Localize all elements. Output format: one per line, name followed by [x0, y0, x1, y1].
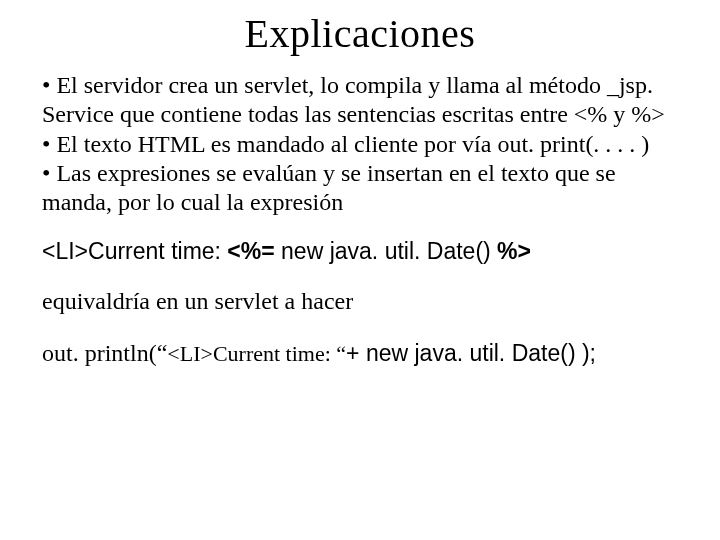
slide-body: • El servidor crea un servlet, lo compil…	[0, 71, 720, 368]
code-example-line: <LI>Current time: <%= new java. util. Da…	[42, 237, 678, 265]
bullet-item-3: • Las expresiones se evalúan y se insert…	[42, 159, 678, 218]
bullet-list: • El servidor crea un servlet, lo compil…	[42, 71, 678, 217]
out-tail: new java. util. Date() );	[366, 340, 596, 366]
out-li: <LI>Current time: “	[167, 341, 346, 366]
out-prefix: out. println(“	[42, 340, 167, 366]
bullet-item-2: • El texto HTML es mandado al cliente po…	[42, 130, 678, 159]
out-plus: +	[346, 340, 366, 366]
slide: Explicaciones • El servidor crea un serv…	[0, 10, 720, 540]
equivalence-text: equivaldría en un servlet a hacer	[42, 287, 678, 316]
code-close-tag: %>	[497, 238, 531, 264]
bullet-item-1: • El servidor crea un servlet, lo compil…	[42, 71, 678, 130]
slide-title: Explicaciones	[0, 10, 720, 57]
code-li-prefix: <LI>Current time:	[42, 238, 227, 264]
servlet-output-line: out. println(“<LI>Current time: “+ new j…	[42, 339, 678, 368]
code-middle: new java. util. Date()	[275, 238, 497, 264]
code-open-tag: <%=	[227, 238, 274, 264]
